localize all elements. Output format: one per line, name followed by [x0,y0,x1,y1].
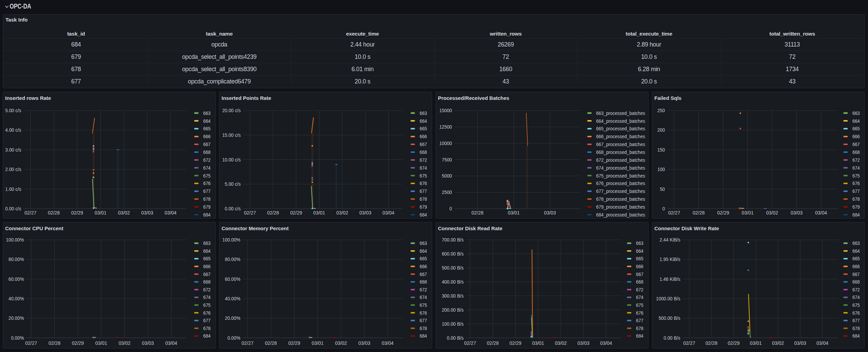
svg-text:02/27: 02/27 [25,340,37,346]
svg-text:0.00%: 0.00% [11,335,24,341]
svg-text:0: 0 [450,206,452,211]
svg-text:667: 667 [853,272,860,277]
svg-text:666: 666 [420,264,427,269]
svg-text:666: 666 [853,134,860,139]
svg-text:02/27: 02/27 [244,210,256,216]
svg-text:679_processed_batches: 679_processed_batches [596,204,645,210]
svg-text:500.00 B/s: 500.00 B/s [658,315,680,321]
svg-text:0.00 c/s: 0.00 c/s [5,206,21,211]
svg-text:667: 667 [203,142,211,147]
svg-text:663: 663 [420,110,427,116]
svg-text:674: 674 [853,295,860,300]
svg-text:668_processed_batches: 668_processed_batches [596,149,645,155]
svg-text:678: 678 [636,326,644,331]
svg-text:02/28: 02/28 [265,340,277,346]
svg-text:100.00%: 100.00% [6,237,24,243]
svg-text:5000: 5000 [442,173,452,179]
svg-text:664_processed_batches: 664_processed_batches [596,118,645,124]
svg-text:03/04: 03/04 [816,340,828,346]
svg-text:0.00%: 0.00% [227,335,240,341]
svg-text:677: 677 [203,318,211,323]
svg-text:668: 668 [203,279,211,285]
svg-text:666: 666 [636,264,644,269]
svg-text:665_processed_batches: 665_processed_batches [596,126,645,131]
svg-text:675: 675 [420,173,427,179]
svg-text:02/28: 02/28 [48,210,60,216]
svg-text:679: 679 [203,204,211,210]
svg-text:678: 678 [853,326,860,331]
svg-text:03/04: 03/04 [165,340,177,346]
svg-text:02/28: 02/28 [705,340,717,346]
svg-text:672: 672 [203,287,211,292]
svg-text:03/04: 03/04 [165,210,177,216]
svg-text:02/28: 02/28 [487,340,499,346]
svg-text:4.00 c/s: 4.00 c/s [5,127,21,133]
svg-text:10000: 10000 [439,141,452,146]
svg-text:02/27: 02/27 [668,210,680,216]
svg-text:80.00%: 80.00% [225,257,240,262]
svg-text:02/27: 02/27 [683,340,695,346]
svg-text:667: 667 [853,142,860,147]
svg-text:676: 676 [420,310,427,316]
svg-text:676: 676 [203,181,211,186]
svg-text:03/04: 03/04 [600,340,612,346]
svg-text:1.46 KiB/s: 1.46 KiB/s [659,276,680,282]
svg-text:03/01: 03/01 [313,210,325,216]
svg-text:679: 679 [420,204,427,210]
svg-text:03/03: 03/03 [360,210,372,216]
svg-text:663: 663 [420,240,427,246]
svg-text:15.00 c/s: 15.00 c/s [222,132,241,138]
svg-text:03/03: 03/03 [358,340,370,346]
svg-text:60.00%: 60.00% [9,276,24,282]
svg-text:677: 677 [420,318,427,323]
svg-text:0.00 B/s: 0.00 B/s [447,335,464,341]
svg-text:300.00 B/s: 300.00 B/s [442,293,464,299]
svg-text:676: 676 [853,181,860,186]
svg-text:02/28: 02/28 [267,210,279,216]
svg-text:668: 668 [636,279,644,285]
svg-text:675: 675 [203,173,211,179]
svg-text:1000.00 B/s: 1000.00 B/s [656,296,680,301]
svg-text:100.00%: 100.00% [222,237,240,243]
svg-text:678: 678 [420,326,427,331]
svg-text:672_processed_batches: 672_processed_batches [596,157,645,163]
svg-text:664: 664 [853,248,860,254]
svg-text:80.00%: 80.00% [9,257,24,262]
svg-text:665: 665 [203,126,211,131]
svg-text:20.00%: 20.00% [9,315,24,321]
svg-text:684_processed_batches: 684_processed_batches [596,212,645,218]
svg-text:2.00 c/s: 2.00 c/s [5,167,21,172]
svg-text:02/27: 02/27 [25,210,37,216]
svg-text:03/03: 03/03 [141,210,153,216]
svg-text:02/29: 02/29 [72,340,84,346]
svg-text:03/01: 03/01 [95,210,106,216]
svg-text:50: 50 [660,186,665,192]
svg-text:665: 665 [853,256,860,261]
svg-text:700.00 B/s: 700.00 B/s [442,237,464,243]
svg-text:2.44 KiB/s: 2.44 KiB/s [659,237,680,243]
svg-text:664: 664 [420,118,427,124]
svg-text:676: 676 [636,310,644,316]
svg-text:150: 150 [657,147,665,153]
svg-text:665: 665 [636,256,644,261]
svg-text:672: 672 [853,157,860,163]
svg-text:0: 0 [663,206,665,211]
svg-text:02/29: 02/29 [717,210,729,216]
svg-text:674: 674 [636,295,644,300]
svg-text:03/02: 03/02 [118,210,130,216]
svg-text:674: 674 [203,165,211,171]
svg-text:03/02: 03/02 [766,210,778,216]
svg-text:667_processed_batches: 667_processed_batches [596,142,645,147]
svg-text:03/01: 03/01 [508,210,520,216]
svg-text:666: 666 [203,264,211,269]
svg-text:500.00 B/s: 500.00 B/s [442,265,464,271]
svg-text:663: 663 [853,110,860,116]
svg-text:03/03: 03/03 [142,340,154,346]
svg-text:684: 684 [853,333,860,339]
svg-text:02/27: 02/27 [242,340,254,346]
svg-text:678: 678 [853,196,860,202]
svg-text:665: 665 [853,126,860,131]
svg-text:667: 667 [636,272,644,277]
svg-text:02/29: 02/29 [288,340,300,346]
svg-text:100.00 B/s: 100.00 B/s [442,321,464,327]
